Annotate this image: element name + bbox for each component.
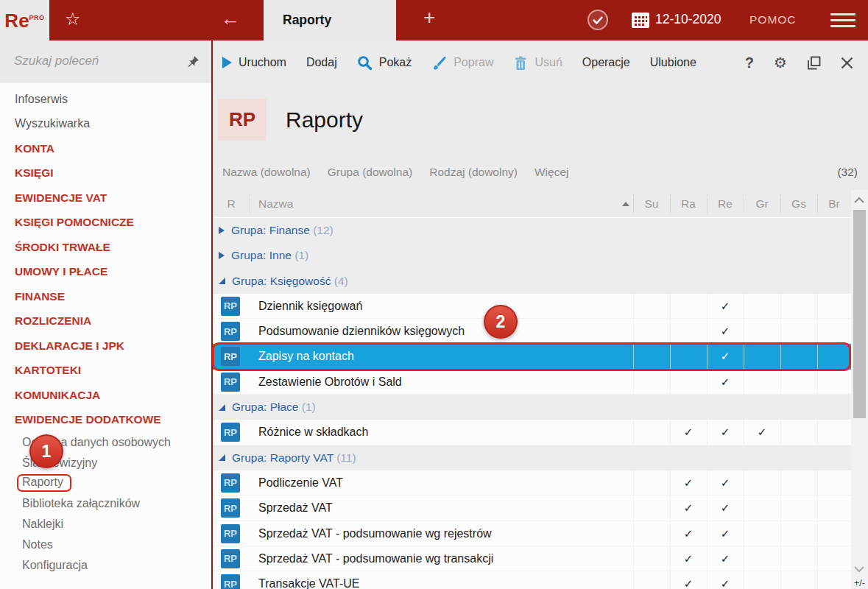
table-row[interactable]: RPSprzedaż VAT - podsumowanie wg transak… bbox=[213, 546, 851, 571]
pin-icon[interactable] bbox=[187, 55, 200, 68]
column-header-su[interactable]: Su bbox=[633, 190, 670, 217]
help-menu[interactable]: POMOC bbox=[749, 13, 797, 27]
app-logo[interactable]: RePRO bbox=[0, 0, 49, 40]
check-mark-re: ✓ bbox=[707, 420, 744, 445]
scroll-up-icon[interactable] bbox=[853, 196, 865, 204]
vertical-scrollbar[interactable]: +/- bbox=[851, 190, 868, 589]
sidebar-item-label: KONTA bbox=[15, 142, 54, 155]
group-expand-icon[interactable] bbox=[219, 252, 225, 259]
sidebar-item-rozliczenia[interactable]: ROZLICZENIA bbox=[0, 309, 211, 334]
group-collapse-icon[interactable] bbox=[219, 278, 225, 284]
check-mark-re: ✓ bbox=[707, 495, 744, 521]
column-header-ra[interactable]: Ra bbox=[670, 190, 707, 217]
table-row[interactable]: RPDziennik księgowań✓ bbox=[213, 294, 851, 319]
new-tab-button[interactable]: + bbox=[423, 6, 435, 29]
column-header-gr[interactable]: Gr bbox=[744, 190, 780, 217]
group-collapse-icon[interactable] bbox=[219, 404, 225, 411]
sidebar-item-label: EWIDENCJE DODATKOWE bbox=[15, 413, 161, 426]
column-header-nazwa[interactable]: Nazwa bbox=[258, 190, 293, 217]
sidebar-item-finanse[interactable]: FINANSE bbox=[0, 284, 211, 309]
group-expand-icon[interactable] bbox=[219, 227, 225, 234]
report-icon: RP bbox=[221, 423, 240, 442]
table-row[interactable]: RPTransakcje VAT-UE✓✓ bbox=[213, 571, 851, 589]
favorites-button[interactable]: Ulubione bbox=[650, 56, 696, 69]
run-button[interactable]: Uruchom bbox=[222, 56, 286, 69]
check-mark-ra: ✓ bbox=[670, 495, 707, 521]
table-group-row[interactable]: Grupa: Inne (1) bbox=[213, 243, 851, 268]
report-name: Zestawienie Obrotów i Sald bbox=[258, 370, 402, 395]
filter-kind[interactable]: Rodzaj (dowolny) bbox=[429, 166, 518, 179]
operations-button[interactable]: Operacje bbox=[582, 56, 630, 69]
check-mark-re: ✓ bbox=[707, 546, 744, 571]
column-header-r[interactable]: R bbox=[213, 190, 250, 217]
table-group-row[interactable]: Grupa: Finanse (12) bbox=[213, 218, 851, 243]
annotation-box: Raporty bbox=[17, 474, 71, 492]
table-group-row[interactable]: Grupa: Płace (1) bbox=[213, 395, 851, 420]
column-header-re[interactable]: Re bbox=[707, 190, 744, 217]
favorites-star-icon[interactable]: ☆ bbox=[65, 9, 81, 29]
sidebar-item-label: DEKLARACJE I JPK bbox=[15, 339, 124, 353]
sidebar-item-konta[interactable]: KONTA bbox=[0, 136, 211, 161]
sidebar-item-rodki-trwa-e[interactable]: ŚRODKI TRWAŁE bbox=[0, 235, 211, 260]
sidebar-item-label: KARTOTEKI bbox=[15, 364, 81, 377]
active-tab[interactable]: Raporty bbox=[264, 0, 396, 40]
table-row[interactable]: RPPodsumowanie dzienników księgowych✓ bbox=[213, 319, 851, 344]
column-header-gs[interactable]: Gs bbox=[780, 190, 817, 217]
popout-icon[interactable] bbox=[807, 56, 821, 70]
status-check-icon[interactable] bbox=[587, 9, 609, 31]
edit-label: Popraw bbox=[454, 56, 493, 69]
add-button[interactable]: Dodaj bbox=[306, 56, 337, 69]
active-tab-label: Raporty bbox=[283, 13, 331, 28]
play-icon bbox=[222, 57, 232, 68]
table-row-selected[interactable]: RPZapisy na kontach✓ bbox=[213, 344, 851, 369]
table-row[interactable]: RPSprzedaż VAT - podsumowanie wg rejestr… bbox=[213, 521, 851, 546]
operations-label: Operacje bbox=[582, 56, 630, 69]
gear-icon[interactable]: ⚙ bbox=[774, 54, 787, 71]
calendar-icon[interactable] bbox=[631, 11, 650, 29]
group-collapse-icon[interactable] bbox=[219, 454, 225, 461]
back-arrow-icon[interactable]: ← bbox=[221, 7, 240, 30]
scroll-down-icon[interactable] bbox=[853, 565, 865, 573]
sidebar-item-biblioteka-za-cznik-w[interactable]: Biblioteka załączników bbox=[0, 493, 211, 514]
table-row[interactable]: RPSprzedaż VAT✓✓ bbox=[213, 495, 851, 521]
annotation-step-2-badge: 2 bbox=[484, 305, 518, 339]
report-name: Transakcje VAT-UE bbox=[258, 571, 360, 589]
sidebar-item-ewidencje-dodatkowe[interactable]: EWIDENCJE DODATKOWE bbox=[0, 408, 211, 433]
sidebar-item-ksi-gi-pomocnicze[interactable]: KSIĘGI POMOCNICZE bbox=[0, 211, 211, 236]
edit-button[interactable]: Popraw bbox=[431, 55, 493, 71]
close-icon[interactable] bbox=[841, 57, 853, 69]
filter-group[interactable]: Grupa (dowolna) bbox=[328, 166, 412, 179]
sidebar-item-wyszukiwarka[interactable]: Wyszukiwarka bbox=[0, 112, 211, 137]
table-row[interactable]: RPPodliczenie VAT✓✓ bbox=[213, 470, 851, 495]
sidebar-item-komunikacja[interactable]: KOMUNIKACJA bbox=[0, 383, 211, 408]
hamburger-menu-icon[interactable] bbox=[830, 13, 855, 31]
sidebar-item-raporty[interactable]: Raporty bbox=[0, 473, 211, 494]
sidebar-item-infoserwis[interactable]: Infoserwis bbox=[0, 87, 211, 112]
show-label: Pokaż bbox=[379, 56, 412, 69]
table-group-row[interactable]: Grupa: Księgowość (4) bbox=[213, 269, 851, 294]
column-header-br[interactable]: Br bbox=[817, 190, 851, 217]
report-name: Sprzedaż VAT bbox=[258, 495, 333, 521]
sidebar-item-ewidencje-vat[interactable]: EWIDENCJE VAT bbox=[0, 186, 211, 211]
help-icon[interactable]: ? bbox=[745, 54, 754, 71]
sort-ascending-icon[interactable] bbox=[622, 202, 629, 206]
command-search[interactable]: Szukaj poleceń bbox=[0, 40, 211, 82]
sidebar-item-kartoteki[interactable]: KARTOTEKI bbox=[0, 359, 211, 384]
check-mark-ra: ✓ bbox=[670, 470, 707, 495]
scrollbar-thumb[interactable] bbox=[853, 210, 866, 418]
sidebar-item-deklaracje-i-jpk[interactable]: DEKLARACJE I JPK bbox=[0, 334, 211, 359]
filter-name[interactable]: Nazwa (dowolna) bbox=[222, 166, 311, 179]
sidebar-item-naklejki[interactable]: Naklejki bbox=[0, 514, 211, 535]
sidebar-item-ksi-gi[interactable]: KSIĘGI bbox=[0, 161, 211, 186]
table-row[interactable]: RPRóżnice w składkach✓✓✓ bbox=[213, 420, 851, 445]
table-group-row[interactable]: Grupa: Raporty VAT (11) bbox=[213, 445, 851, 470]
table-row[interactable]: RPZestawienie Obrotów i Sald✓ bbox=[213, 370, 851, 395]
show-button[interactable]: Pokaż bbox=[357, 55, 412, 71]
sidebar-item-umowy-i-p-ace[interactable]: UMOWY I PŁACE bbox=[0, 260, 211, 285]
sidebar-item-konfiguracja[interactable]: Konfiguracja bbox=[0, 555, 211, 576]
report-icon: RP bbox=[221, 549, 240, 568]
current-date[interactable]: 12-10-2020 bbox=[655, 12, 721, 27]
filter-more[interactable]: Więcej bbox=[534, 166, 569, 179]
delete-button[interactable]: Usuń bbox=[513, 55, 562, 71]
sidebar-item-notes[interactable]: Notes bbox=[0, 535, 211, 555]
